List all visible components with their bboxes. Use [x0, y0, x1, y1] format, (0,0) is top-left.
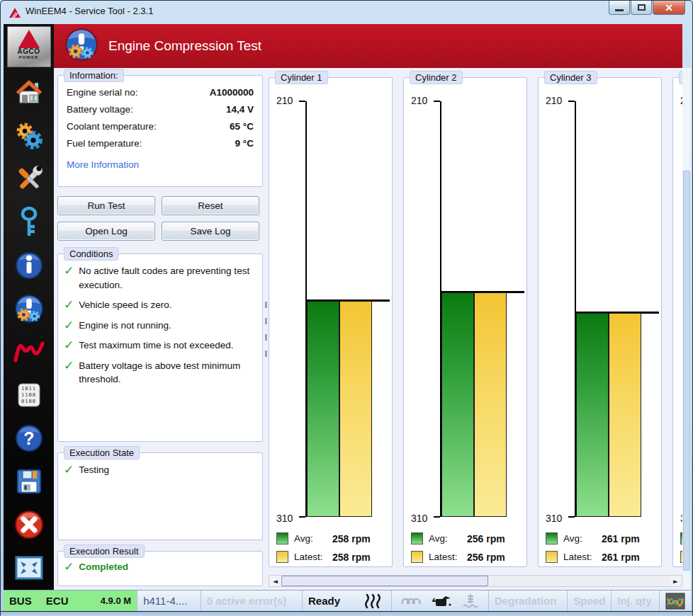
sidebar-item-help[interactable]: ?: [13, 423, 45, 454]
run-test-button[interactable]: Run Test: [57, 196, 155, 215]
sidebar-item-settings[interactable]: [13, 120, 45, 152]
app-icon: [9, 8, 21, 18]
coolant-temp-icon: [462, 593, 479, 609]
check-icon: ✓: [64, 298, 74, 312]
cylinder-title: Cylinder 2: [410, 71, 463, 84]
window-title: WinEEM4 - Service Tool - 2.3.1: [26, 6, 153, 16]
legend-latest-row: Latest: 261 rpm: [546, 551, 660, 563]
save-icon: [15, 467, 43, 496]
legend-latest-row: Latest: 256 rpm: [411, 551, 525, 563]
save-log-button[interactable]: Save Log: [162, 222, 259, 241]
window-bottom-frame: [1, 611, 692, 616]
agco-logo: AGCO POWER: [7, 26, 51, 67]
open-log-button[interactable]: Open Log: [57, 222, 155, 241]
signal-waveform-icon: [665, 593, 685, 610]
maximize-icon: [638, 4, 646, 11]
page-header: Engine Compression Test: [54, 24, 682, 68]
info-value: 9 °C: [235, 138, 254, 149]
condition-text: Test maximum time is not exceeded.: [79, 338, 233, 353]
sidebar-item-fullscreen[interactable]: [13, 552, 45, 583]
key-icon: [16, 207, 43, 238]
svg-text:?: ?: [23, 428, 34, 448]
cylinder-3-panel: Cylinder 3 210 310 Avg:: [538, 77, 662, 567]
avg-label: Avg:: [563, 533, 596, 544]
measurement-status[interactable]: [660, 591, 691, 611]
latest-bar: [474, 292, 507, 517]
condition-text: Vehicle speed is zero.: [79, 298, 171, 312]
agco-logo-subtext: POWER: [19, 55, 39, 59]
sidebar-item-measurement[interactable]: [13, 336, 45, 367]
more-information-link[interactable]: More Information: [58, 158, 147, 171]
information-panel: Information: Engine serial no: A1000000 …: [57, 75, 263, 187]
y-axis-max-label: 210: [546, 95, 562, 106]
info-label: Battery voltage:: [67, 104, 133, 115]
active-errors: 0 active error(s): [201, 591, 303, 611]
page-title: Engine Compression Test: [108, 38, 261, 54]
cylinder-chart: 210 310: [677, 95, 682, 523]
y-axis-tick: [568, 516, 575, 518]
check-icon: ✓: [64, 264, 74, 292]
avg-value: 256 rpm: [467, 533, 505, 544]
latest-label: Latest:: [294, 552, 327, 562]
ecu-version: 4.9.0 M: [101, 595, 131, 606]
fullscreen-icon: [15, 556, 43, 580]
sidebar-item-exit[interactable]: [13, 509, 45, 540]
home-icon: [15, 80, 43, 105]
cylinder-4-panel: Cylinder 4 210 310 Avg:: [672, 77, 682, 567]
execution-result-title: Execution Result: [64, 544, 145, 558]
condition-item: ✓ No active fault codes are preventing t…: [64, 264, 255, 292]
sidebar-item-home[interactable]: [13, 77, 45, 108]
execution-result-item: ✓ Completed: [64, 560, 255, 574]
scrollbar-thumb[interactable]: [683, 171, 690, 571]
avg-legend-swatch: [411, 532, 423, 544]
agco-triangle-icon: [18, 30, 40, 48]
charts-vertical-scrollbar[interactable]: [682, 68, 691, 590]
execution-state-value: Testing: [79, 463, 109, 477]
scrollbar-thumb[interactable]: [281, 576, 488, 586]
agco-logo-text: AGCO: [18, 48, 40, 55]
sidebar-item-tools[interactable]: [13, 164, 45, 195]
ecu-label: ECU: [46, 595, 69, 607]
panel-splitter[interactable]: [263, 68, 269, 590]
sidebar-item-key[interactable]: [13, 207, 45, 238]
cylinder-chart: 210 310: [274, 95, 390, 523]
sidebar-item-information[interactable]: [13, 250, 45, 281]
chart-legend: Avg: 258 rpm Latest: 258 rpm: [276, 526, 390, 563]
minimize-button[interactable]: [609, 1, 630, 15]
ecu-state: Ready: [303, 591, 356, 611]
y-axis-max-label: 210: [276, 95, 293, 106]
conditions-panel: Conditions ✓ No active fault codes are p…: [57, 253, 263, 442]
cylinder-2-panel: Cylinder 2 210 310 Avg:: [403, 77, 527, 567]
avg-bar: [307, 301, 339, 517]
data-matrix-icon: 1011 1100 0100: [16, 382, 43, 409]
legend-avg-row: Avg: 261 rpm: [546, 532, 660, 544]
avg-value: 261 rpm: [602, 533, 640, 544]
latest-legend-swatch: [546, 551, 558, 563]
oil-pressure-icon: [431, 594, 452, 608]
info-value: 14,4 V: [226, 104, 254, 115]
charts-horizontal-scrollbar[interactable]: ◄ ►: [269, 575, 682, 587]
sidebar-item-engine-test[interactable]: [13, 293, 45, 324]
reset-button[interactable]: Reset: [162, 196, 259, 215]
legend-latest-row: Latest: 258 rpm: [276, 551, 390, 563]
waveform-icon: [13, 339, 45, 365]
scroll-left-button[interactable]: ◄: [269, 576, 281, 586]
latest-legend-swatch: [276, 551, 288, 563]
scrollbar-track[interactable]: [281, 576, 670, 586]
y-axis-min-label: 310: [276, 513, 293, 524]
close-button[interactable]: ✕: [653, 1, 685, 15]
check-icon: ✓: [64, 359, 74, 387]
y-axis-tick: [434, 516, 440, 518]
glow-plug-icon: [364, 593, 383, 609]
sidebar: AGCO POWER: [4, 24, 54, 590]
window-frame: WinEEM4 - Service Tool - 2.3.1 ✕ AGCO PO…: [0, 0, 693, 616]
execution-state-title: Execution State: [64, 446, 140, 460]
maximize-button[interactable]: [631, 1, 652, 15]
sidebar-item-data-matrix[interactable]: 1011 1100 0100: [13, 380, 45, 411]
scroll-right-button[interactable]: ►: [670, 576, 682, 586]
avg-label: Avg:: [429, 533, 461, 544]
sidebar-item-save[interactable]: [13, 466, 45, 497]
execution-result-value: Completed: [79, 560, 128, 574]
title-bar[interactable]: WinEEM4 - Service Tool - 2.3.1 ✕: [1, 1, 692, 24]
conditions-title: Conditions: [64, 247, 118, 261]
